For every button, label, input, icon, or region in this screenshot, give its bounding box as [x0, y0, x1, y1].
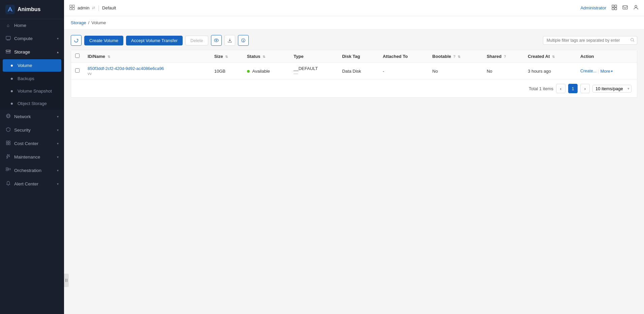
- action-more-button[interactable]: More ▾: [600, 69, 613, 74]
- created-at-sort-icon[interactable]: ⇅: [552, 55, 555, 59]
- app-logo[interactable]: Animbus: [0, 0, 64, 19]
- breadcrumb: Storage / Volume: [64, 16, 644, 30]
- sidebar-item-alert-center[interactable]: Alert Center ▾: [0, 177, 64, 190]
- svg-rect-20: [615, 5, 617, 7]
- topbar-left: admin ⇄ | Default: [69, 4, 116, 11]
- svg-rect-30: [67, 279, 67, 282]
- sidebar-item-network[interactable]: Network ▾: [0, 110, 64, 123]
- info-button[interactable]: [238, 35, 249, 46]
- th-created-at: Created At ⇅: [524, 50, 576, 63]
- filter-input[interactable]: [543, 36, 637, 45]
- create-volume-button[interactable]: Create Volume: [84, 36, 123, 45]
- svg-rect-12: [6, 168, 8, 169]
- topbar-user-link[interactable]: Administrator: [580, 5, 606, 10]
- network-icon: [5, 113, 11, 119]
- sidebar-item-orchestration[interactable]: Orchestration ▾: [0, 164, 64, 177]
- svg-rect-19: [612, 5, 614, 7]
- toolbar: Create Volume Accept Volume Transfer Del…: [71, 35, 637, 46]
- svg-rect-17: [70, 8, 72, 10]
- breadcrumb-current: Volume: [91, 20, 106, 25]
- next-page-button[interactable]: ›: [580, 84, 590, 93]
- content-area: Storage / Volume Create Volume Accept Vo…: [64, 16, 644, 314]
- svg-rect-29: [65, 279, 66, 282]
- sidebar-item-volume-snapshot[interactable]: Volume Snapshot: [0, 85, 64, 97]
- row-bootable: No: [428, 63, 483, 80]
- sidebar-collapse-handle[interactable]: [64, 274, 69, 287]
- shared-help-icon[interactable]: ?: [504, 55, 506, 59]
- sidebar-item-storage[interactable]: Storage ▴: [0, 45, 64, 59]
- cost-center-chevron: ▾: [57, 142, 59, 145]
- alert-center-icon: [5, 181, 11, 187]
- page-size-select[interactable]: 10 items/page 20 items/page 50 items/pag…: [592, 85, 632, 93]
- select-all-checkbox[interactable]: [75, 54, 80, 58]
- breadcrumb-storage[interactable]: Storage: [71, 20, 86, 25]
- topbar: admin ⇄ | Default Administrator: [64, 0, 644, 16]
- prev-page-button[interactable]: ‹: [556, 84, 565, 93]
- topbar-grid-icon[interactable]: [612, 5, 617, 11]
- svg-rect-18: [72, 8, 74, 10]
- topbar-separator: |: [98, 4, 99, 11]
- breadcrumb-separator: /: [88, 20, 90, 25]
- type-sub: —: [294, 71, 334, 76]
- topbar-sync-icon: ⇄: [92, 6, 95, 10]
- sidebar-item-compute[interactable]: Compute ▾: [0, 32, 64, 45]
- th-shared: Shared ?: [483, 50, 524, 63]
- topbar-mail-icon[interactable]: [622, 5, 628, 11]
- bootable-sort-icon[interactable]: ⇅: [458, 55, 460, 59]
- security-chevron: ▾: [57, 128, 59, 132]
- filter-wrap: [543, 36, 637, 45]
- topbar-admin-label: admin: [78, 5, 89, 10]
- sidebar-item-security[interactable]: Security ▾: [0, 123, 64, 137]
- sidebar-item-maintenance[interactable]: Maintenance ▾: [0, 150, 64, 164]
- row-id-name: 850f3ddf-2cf2-420d-9d92-ac4086e6ca96 vv: [84, 63, 210, 80]
- row-checkbox[interactable]: [75, 68, 80, 73]
- svg-rect-9: [8, 141, 10, 143]
- svg-point-25: [214, 39, 218, 42]
- type-default: __DEFAULT: [294, 66, 334, 71]
- page-body: Create Volume Accept Volume Transfer Del…: [64, 30, 644, 103]
- maintenance-icon: [5, 154, 11, 160]
- page-1-button[interactable]: 1: [568, 84, 578, 93]
- status-sort-icon[interactable]: ⇅: [263, 55, 265, 59]
- svg-rect-0: [5, 5, 15, 14]
- network-chevron: ▾: [57, 115, 59, 118]
- page-size-wrap: 10 items/page 20 items/page 50 items/pag…: [592, 85, 632, 93]
- refresh-button[interactable]: [71, 35, 82, 46]
- svg-rect-13: [6, 170, 8, 171]
- orchestration-chevron: ▾: [57, 169, 59, 172]
- row-action: Create... | More ▾: [576, 63, 637, 80]
- th-size: Size ⇅: [210, 50, 243, 63]
- grid-icon: [69, 5, 75, 11]
- sidebar-item-object-storage[interactable]: Object Storage: [0, 97, 64, 110]
- volume-dot: [11, 65, 13, 67]
- action-links: Create... | More ▾: [580, 69, 633, 74]
- size-sort-icon[interactable]: ⇅: [225, 55, 228, 59]
- volume-snapshot-dot: [11, 90, 13, 92]
- sidebar-item-cost-center[interactable]: Cost Center ▾: [0, 137, 64, 150]
- bootable-help-icon[interactable]: ?: [453, 55, 456, 59]
- eye-button[interactable]: [211, 35, 222, 46]
- backups-dot: [11, 78, 13, 80]
- cost-center-icon: [5, 140, 11, 146]
- delete-button[interactable]: Delete: [185, 36, 208, 45]
- svg-rect-1: [6, 36, 10, 39]
- row-attached-to: -: [379, 63, 428, 80]
- action-create-link[interactable]: Create...: [580, 69, 596, 73]
- download-button[interactable]: [224, 35, 235, 46]
- svg-point-24: [635, 5, 637, 7]
- row-size: 10GB: [210, 63, 243, 80]
- svg-point-5: [9, 53, 10, 53]
- sidebar-item-backups[interactable]: Backups: [0, 72, 64, 85]
- id-name-sort-icon[interactable]: ⇅: [108, 55, 110, 59]
- svg-point-4: [9, 50, 10, 51]
- pagination: Total 1 items ‹ 1 › 10 items/page 20 ite…: [71, 80, 637, 97]
- accept-volume-transfer-button[interactable]: Accept Volume Transfer: [126, 36, 183, 45]
- sidebar-item-home[interactable]: ⌂ Home: [0, 19, 64, 32]
- table-row: 850f3ddf-2cf2-420d-9d92-ac4086e6ca96 vv …: [71, 63, 637, 80]
- sidebar-item-volume[interactable]: Volume: [3, 59, 61, 72]
- volume-id-link[interactable]: 850f3ddf-2cf2-420d-9d92-ac4086e6ca96: [88, 66, 164, 71]
- logo-icon: [5, 5, 15, 14]
- row-checkbox-cell: [71, 63, 84, 80]
- topbar-user-avatar-icon[interactable]: [633, 5, 639, 11]
- th-attached-to: Attached To: [379, 50, 428, 63]
